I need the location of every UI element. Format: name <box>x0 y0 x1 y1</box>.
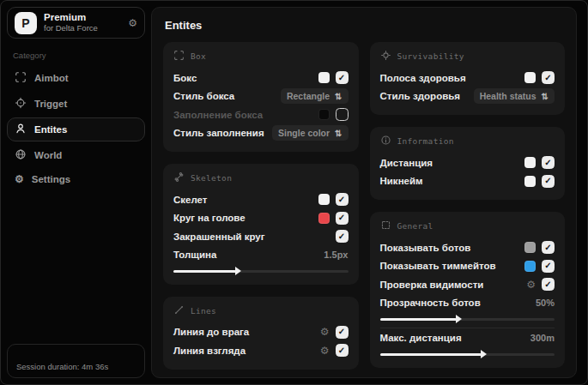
dropdown-value: Single color <box>278 128 330 138</box>
color-swatch[interactable] <box>524 261 536 272</box>
scan-icon <box>15 71 27 85</box>
check-icon: ✓ <box>338 74 345 82</box>
brand-header: P Premium for Delta Force ⚙ <box>7 7 145 39</box>
sidebar-item-label: Aimbot <box>34 73 69 83</box>
sidebar-item-trigget[interactable]: Trigget <box>7 92 145 116</box>
checkbox[interactable]: ✓ <box>336 344 349 357</box>
setting-row: Заполнение бокса ✓ <box>173 105 349 124</box>
color-swatch[interactable] <box>318 194 330 205</box>
checkbox[interactable]: ✓ <box>336 108 349 121</box>
check-icon: ✓ <box>544 262 551 270</box>
checkbox[interactable]: ✓ <box>542 156 555 169</box>
checkbox[interactable]: ✓ <box>336 71 349 84</box>
app-title: Premium <box>44 12 98 23</box>
checkbox[interactable]: ✓ <box>542 260 555 273</box>
checkbox[interactable]: ✓ <box>336 230 349 243</box>
setting-row: Дистанция ✓ <box>380 153 555 172</box>
color-swatch[interactable] <box>524 242 536 253</box>
sidebar-item-settings[interactable]: ⚙ Settings <box>7 169 145 189</box>
panel-title: Information <box>397 136 454 146</box>
setting-label: Показывать тиммейтов <box>380 261 496 271</box>
entity-icon <box>15 123 27 136</box>
setting-label: Стиль заполнения <box>173 128 264 138</box>
thickness-slider[interactable] <box>173 270 349 273</box>
panel-survivability: Survivability Полоса здоровья ✓ Стиль зд… <box>370 42 566 115</box>
setting-row: Линия взгляда ⚙ ✓ <box>173 341 349 360</box>
color-swatch[interactable] <box>318 109 330 120</box>
panel-skeleton: Skeleton Скелет ✓ Круг на голове ✓ <box>163 164 359 285</box>
setting-row: Бокс ✓ <box>173 69 349 87</box>
setting-row: Показывать ботов ✓ <box>380 238 555 257</box>
max-distance-slider[interactable] <box>380 353 555 356</box>
divider <box>380 328 555 328</box>
color-swatch[interactable] <box>318 213 330 224</box>
dropdown-value: Rectangle <box>287 91 330 101</box>
setting-row: Линия до врага ⚙ ✓ <box>173 323 349 342</box>
sidebar-item-label: Trigget <box>34 99 67 109</box>
check-icon: ✓ <box>338 214 345 222</box>
checkbox[interactable]: ✓ <box>542 241 555 254</box>
box-style-dropdown[interactable]: Rectangle ⇅ <box>281 88 349 104</box>
panel-lines: Lines Линия до врага ⚙ ✓ Линия взгляда ⚙… <box>163 297 359 370</box>
check-icon: ✓ <box>338 346 345 355</box>
check-icon: ✓ <box>544 244 551 252</box>
slider-value: 50% <box>536 298 555 308</box>
panel-box: Box Бокс ✓ Стиль бокса Rectangle ⇅ <box>163 42 359 152</box>
setting-label: Скелет <box>173 195 208 205</box>
health-style-dropdown[interactable]: Health status ⇅ <box>474 88 555 104</box>
check-icon: ✓ <box>338 232 345 241</box>
slider-fill <box>173 270 236 273</box>
setting-label: Линия взгляда <box>173 346 246 356</box>
color-swatch[interactable] <box>524 176 536 187</box>
diagonal-line-icon <box>173 304 185 317</box>
setting-row: Закрашенный круг ✓ <box>173 227 349 246</box>
setting-label: Круг на голове <box>173 213 246 223</box>
check-icon: ✓ <box>544 280 551 289</box>
info-icon <box>380 135 391 147</box>
checkbox[interactable]: ✓ <box>336 193 349 206</box>
panel-title: Lines <box>191 306 216 316</box>
gear-icon[interactable]: ⚙ <box>128 17 137 29</box>
color-swatch[interactable] <box>524 157 536 168</box>
panel-title: General <box>397 221 433 231</box>
fill-style-dropdown[interactable]: Single color ⇅ <box>272 125 348 141</box>
checkbox[interactable]: ✓ <box>542 175 555 188</box>
setting-row: Скелет ✓ <box>173 190 349 209</box>
setting-row: Полоса здоровья ✓ <box>380 69 555 87</box>
check-icon: ✓ <box>544 159 551 167</box>
sidebar-item-world[interactable]: World <box>7 143 145 167</box>
settings-gear-icon[interactable]: ⚙ <box>320 327 330 337</box>
sidebar-item-label: Settings <box>32 174 70 184</box>
checkbox[interactable]: ✓ <box>336 212 349 225</box>
main-content: Entites Box Бокс ✓ Стиль бокса <box>151 7 577 378</box>
sidebar-item-aimbot[interactable]: Aimbot <box>7 66 145 90</box>
panel-general: General Показывать ботов ✓ Показывать ти… <box>370 212 566 368</box>
dropdown-value: Health status <box>480 91 536 101</box>
page-title: Entites <box>165 19 565 32</box>
slider-fill <box>380 353 482 356</box>
crosshair-icon <box>15 97 27 111</box>
setting-label: Бокс <box>173 73 197 83</box>
session-duration-label: Session duration: 4m 36s <box>16 362 108 371</box>
viewfinder-icon <box>173 50 185 63</box>
sidebar-item-entites[interactable]: Entites <box>7 117 145 141</box>
session-duration: Session duration: 4m 36s <box>7 344 145 378</box>
panel-title: Box <box>191 51 206 61</box>
checkbox[interactable]: ✓ <box>336 326 349 339</box>
setting-row: Никнейм ✓ <box>380 172 555 191</box>
bot-opacity-slider[interactable] <box>380 318 555 321</box>
color-swatch[interactable] <box>318 72 330 83</box>
setting-label: Никнейм <box>380 176 423 186</box>
settings-gear-icon[interactable]: ⚙ <box>320 346 330 356</box>
settings-gear-icon[interactable]: ⚙ <box>526 280 536 290</box>
bone-icon <box>173 171 185 184</box>
setting-label: Проверка видимости <box>380 280 484 290</box>
color-swatch[interactable] <box>524 72 536 83</box>
checkbox[interactable]: ✓ <box>542 278 555 291</box>
sidebar: P Premium for Delta Force ⚙ Category Aim… <box>7 7 145 378</box>
setting-label: Стиль бокса <box>173 91 234 101</box>
setting-row: Круг на голове ✓ <box>173 209 349 228</box>
chevron-updown-icon: ⇅ <box>542 92 549 101</box>
checkbox[interactable]: ✓ <box>542 71 555 84</box>
panel-information: Information Дистанция ✓ Никнейм ✓ <box>370 127 566 200</box>
